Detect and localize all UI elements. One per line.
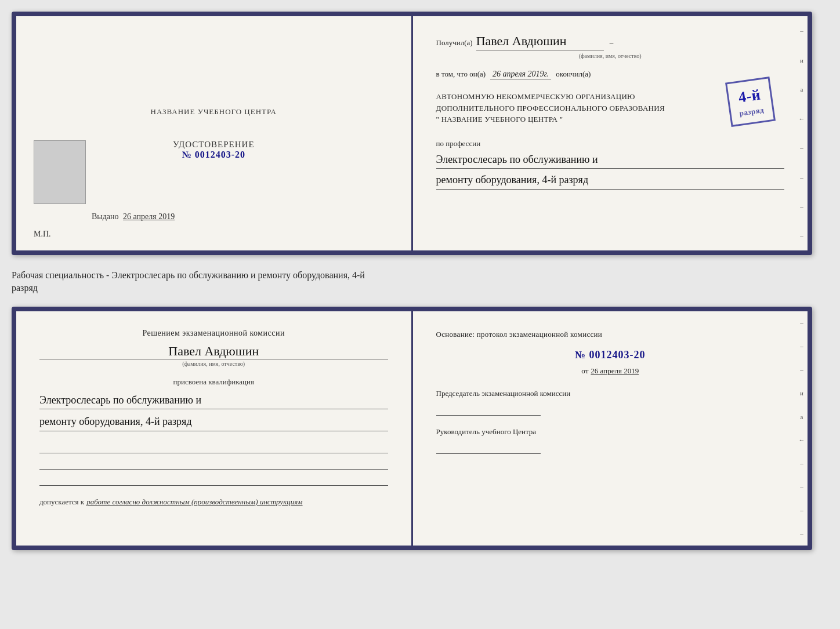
bottom-fio-small: (фамилия, имя, отчество): [39, 361, 388, 367]
stamp-block: 4-й разряд АВТОНОМНУЮ НЕКОММЕРЧЕСКУЮ ОРГ…: [436, 85, 785, 131]
bottom-lines: [39, 441, 388, 486]
fio-small-label: (фамилия, имя, отчество): [436, 53, 785, 59]
vydano-label: Выдано: [92, 212, 119, 221]
predsedatel-block: Председатель экзаменационной комиссии: [436, 389, 785, 416]
ot-label: от: [581, 365, 588, 377]
resheniem-title: Решением экзаменационной комиссии: [39, 329, 388, 338]
dopuskaetsya-block: допускается к работе согласно должностны…: [39, 497, 388, 507]
prof-line2: ремонту оборудования, 4-й разряд: [436, 171, 785, 190]
poluchil-line: Получил(а) Павел Авдюшин –: [436, 34, 785, 50]
dash-label: –: [610, 38, 614, 48]
okonchil-label: окончил(а): [556, 70, 591, 79]
separator-line2: разряд: [12, 282, 828, 294]
bottom-line-2: [39, 457, 388, 470]
dopusk-prefix: допускается к: [39, 497, 84, 507]
vydano-block: Выдано 26 апреля 2019: [92, 212, 175, 221]
protocol-number: № 0012403-20: [436, 347, 785, 363]
separator-line1: Рабочая специальность - Электрослесарь п…: [12, 269, 828, 282]
ot-date: 26 апреля 2019: [591, 365, 639, 377]
separator-text: Рабочая специальность - Электрослесарь п…: [12, 264, 828, 295]
vydano-date: 26 апреля 2019: [123, 212, 175, 221]
prisvoena-label: присвоена квалификация: [39, 377, 388, 387]
po-professii-block: по профессии Электрослесарь по обслужива…: [436, 139, 785, 190]
stamp-overlay: 4-й разряд: [725, 77, 776, 127]
top-left-panel: НАЗВАНИЕ УЧЕБНОГО ЦЕНТРА УДОСТОВЕРЕНИЕ №…: [16, 16, 413, 250]
bottom-line-3: [39, 473, 388, 486]
predsedatel-signature: [436, 403, 541, 416]
udostoverenie-block: УДОСТОВЕРЕНИЕ № 0012403-20: [173, 140, 255, 160]
bottom-right-panel: Основание: протокол экзаменационной коми…: [413, 311, 808, 546]
mp-label: М.П.: [34, 230, 51, 239]
center-title: НАЗВАНИЕ УЧЕБНОГО ЦЕНТРА: [151, 107, 277, 117]
top-right-panel: Получил(а) Павел Авдюшин – (фамилия, имя…: [413, 16, 808, 250]
photo-placeholder: [34, 140, 86, 204]
rukovoditel-label: Руководитель учебного Центра: [436, 427, 785, 437]
osnovanie-block: Основание: протокол экзаменационной коми…: [436, 329, 785, 377]
vtom-label: в том, что он(а): [436, 70, 486, 79]
udostoverenie-label: УДОСТОВЕРЕНИЕ: [173, 140, 255, 150]
ot-block: от 26 апреля 2019: [436, 365, 785, 377]
osnovanie-title: Основание: протокол экзаменационной коми…: [436, 329, 785, 341]
top-certificate: НАЗВАНИЕ УЧЕБНОГО ЦЕНТРА УДОСТОВЕРЕНИЕ №…: [12, 12, 812, 255]
dopusk-italic: работе согласно должностным (производств…: [86, 497, 302, 507]
vtom-block: в том, что он(а) 26 апреля 2019г. окончи…: [436, 70, 785, 79]
poluchil-label: Получил(а): [436, 38, 473, 48]
page-wrapper: НАЗВАНИЕ УЧЕБНОГО ЦЕНТРА УДОСТОВЕРЕНИЕ №…: [12, 12, 828, 550]
kvalif-line1: Электрослесарь по обслуживанию и: [39, 391, 388, 410]
kvalif-line2: ремонту оборудования, 4-й разряд: [39, 413, 388, 431]
right-marks-bottom: – – – и а ← – – – –: [796, 311, 808, 546]
stamp-number: 4-й: [736, 84, 763, 108]
bottom-name: Павел Авдюшин: [39, 344, 388, 359]
right-binding-marks: – и а ← – – – –: [796, 16, 808, 250]
completion-date: 26 апреля 2019г.: [490, 70, 551, 79]
po-professii-label: по профессии: [436, 139, 785, 148]
rukovoditel-signature: [436, 441, 541, 454]
recipient-name: Павел Авдюшин: [476, 34, 604, 50]
rukovoditel-block: Руководитель учебного Центра: [436, 427, 785, 454]
bottom-left-panel: Решением экзаменационной комиссии Павел …: [16, 311, 413, 546]
udostoverenie-number: № 0012403-20: [173, 150, 255, 160]
prof-line1: Электрослесарь по обслуживанию и: [436, 151, 785, 169]
predsedatel-label: Председатель экзаменационной комиссии: [436, 389, 785, 398]
bottom-line-1: [39, 441, 388, 453]
bottom-certificate: Решением экзаменационной комиссии Павел …: [12, 307, 812, 550]
